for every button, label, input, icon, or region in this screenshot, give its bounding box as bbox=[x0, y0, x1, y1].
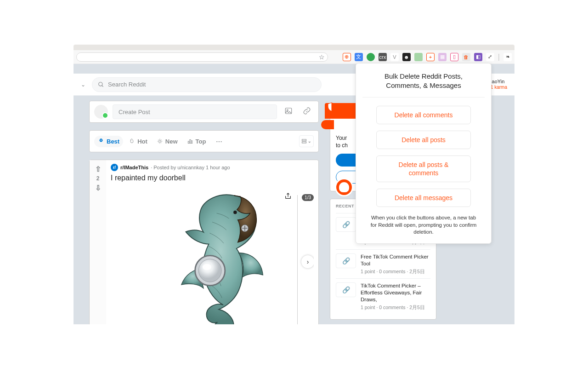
subreddit-name[interactable]: r/IMadeThis bbox=[120, 165, 148, 170]
ext-icon-green[interactable] bbox=[367, 53, 375, 61]
recent-item-meta: 1 point · 0 comments · 2月5日 bbox=[361, 305, 430, 311]
extension-icons: ⊕ 文 crx V ☻ + ▦ ▯ 🗑 ◧ ⤢ | ❧ bbox=[343, 53, 512, 61]
svg-point-13 bbox=[198, 259, 221, 282]
star-icon[interactable]: ☆ bbox=[319, 53, 325, 61]
create-post-input[interactable]: Create Post bbox=[113, 104, 277, 119]
vote-column: ⇧ 2 ⇩ bbox=[90, 160, 106, 324]
shield-icon bbox=[326, 102, 337, 113]
post-title[interactable]: I repainted my doorbell bbox=[111, 174, 314, 182]
popup-title: Bulk Delete Reddit Posts, Comments, & Me… bbox=[362, 72, 485, 98]
delete-all-comments-button[interactable]: Delete all comments bbox=[376, 106, 471, 124]
chevron-down-icon[interactable]: ⌄ bbox=[81, 81, 85, 88]
upvote-icon[interactable]: ⇧ bbox=[95, 165, 101, 173]
extension-popup: Bulk Delete Reddit Posts, Comments, & Me… bbox=[356, 63, 492, 244]
post-meta: r/ r/IMadeThis · Posted by u/nicannkay 1… bbox=[111, 164, 314, 171]
sort-top[interactable]: Top bbox=[183, 136, 210, 147]
address-bar[interactable]: ☆ bbox=[76, 52, 328, 62]
ext-icon-pink[interactable]: ▯ bbox=[450, 53, 458, 61]
subreddit-icon[interactable]: r/ bbox=[111, 164, 118, 171]
link-thumb-icon: 🔗 bbox=[336, 217, 356, 232]
svg-point-0 bbox=[99, 82, 102, 86]
next-arrow-icon[interactable]: › bbox=[301, 255, 314, 268]
ext-icon-1[interactable]: ⊕ bbox=[343, 53, 351, 61]
recent-item[interactable]: 🔗 TikTok Comment Picker – Effortless Giv… bbox=[336, 278, 430, 314]
ext-icon-plus[interactable]: + bbox=[426, 53, 435, 61]
sparkle-icon bbox=[157, 138, 163, 144]
ext-icon-translate[interactable]: 文 bbox=[355, 53, 363, 61]
recent-item-title: Free TikTok Comment Picker Tool bbox=[361, 253, 430, 267]
post-image[interactable]: 1/3 › bbox=[111, 187, 314, 324]
ext-icon-v[interactable]: V bbox=[390, 53, 399, 61]
search-placeholder: Search Reddit bbox=[108, 81, 146, 88]
ext-icon-arrows[interactable]: ⤢ bbox=[486, 53, 494, 61]
browser-toolbar: ☆ ⊕ 文 crx V ☻ + ▦ ▯ 🗑 ◧ ⤢ | ❧ bbox=[74, 50, 514, 64]
post-body: r/ r/IMadeThis · Posted by u/nicannkay 1… bbox=[106, 160, 318, 324]
page-indicator: 1/3 bbox=[302, 194, 314, 201]
avatar[interactable] bbox=[94, 105, 108, 119]
sort-hot[interactable]: Hot bbox=[125, 136, 151, 147]
link-thumb-icon: 🔗 bbox=[336, 282, 356, 297]
recent-item-title: TikTok Comment Picker – Effortless Givea… bbox=[361, 282, 430, 303]
svg-point-5 bbox=[159, 140, 161, 143]
view-toggle[interactable]: ⌄ bbox=[299, 135, 314, 147]
post-score: 2 bbox=[96, 175, 100, 182]
delete-all-posts-comments-button[interactable]: Delete all posts & comments bbox=[376, 155, 471, 182]
sort-more[interactable]: ··· bbox=[212, 136, 226, 147]
sort-best[interactable]: Best bbox=[94, 136, 123, 147]
image-icon[interactable] bbox=[282, 107, 295, 117]
seahorse-image bbox=[148, 187, 277, 324]
svg-rect-9 bbox=[302, 139, 306, 141]
delete-all-messages-button[interactable]: Delete all messages bbox=[376, 189, 471, 207]
svg-line-1 bbox=[102, 85, 103, 86]
ext-icon-plant[interactable] bbox=[414, 53, 423, 61]
main-column: Create Post Best bbox=[89, 101, 319, 324]
svg-point-14 bbox=[203, 264, 211, 270]
share-icon[interactable] bbox=[284, 192, 292, 201]
browser-tab-strip bbox=[74, 45, 514, 50]
ext-icon-purple[interactable]: ▦ bbox=[438, 53, 447, 61]
svg-rect-7 bbox=[189, 140, 190, 144]
ext-icon-bulk-delete-active[interactable]: 🗑 bbox=[462, 53, 470, 61]
post-card: ⇧ 2 ⇩ r/ r/IMadeThis · Posted by u/nican… bbox=[89, 160, 319, 324]
ext-icon-crx[interactable]: crx bbox=[379, 53, 387, 61]
svg-point-3 bbox=[287, 109, 288, 111]
link-thumb-icon: 🔗 bbox=[336, 253, 356, 268]
popup-note: When you click the buttons above, a new … bbox=[362, 212, 485, 236]
sort-bar: Best Hot New Top ··· bbox=[89, 130, 319, 152]
ext-icon-face[interactable]: ☻ bbox=[402, 53, 411, 61]
svg-rect-8 bbox=[191, 141, 192, 144]
fire-icon bbox=[129, 138, 135, 144]
ext-icon-leaf[interactable]: ❧ bbox=[503, 53, 512, 61]
rocket-icon bbox=[98, 138, 104, 144]
link-icon[interactable] bbox=[300, 107, 314, 117]
svg-rect-10 bbox=[302, 142, 306, 143]
recent-item-meta: 1 point · 0 comments · 2月5日 bbox=[361, 269, 430, 275]
delete-all-posts-button[interactable]: Delete all posts bbox=[376, 131, 471, 149]
sidebar-pill bbox=[321, 120, 334, 129]
svg-point-15 bbox=[233, 211, 237, 214]
sort-new[interactable]: New bbox=[153, 136, 181, 147]
ext-icon-violet[interactable]: ◧ bbox=[474, 53, 482, 61]
search-input[interactable]: Search Reddit bbox=[92, 77, 322, 92]
create-post-card: Create Post bbox=[89, 101, 319, 123]
search-icon bbox=[98, 81, 104, 88]
bars-icon bbox=[187, 138, 193, 144]
svg-rect-6 bbox=[188, 141, 189, 144]
recent-item[interactable]: 🔗 Free TikTok Comment Picker Tool 1 poin… bbox=[336, 249, 430, 279]
svg-point-4 bbox=[101, 140, 102, 141]
post-byline: · Posted by u/nicannkay 1 hour ago bbox=[151, 165, 230, 170]
downvote-icon[interactable]: ⇩ bbox=[95, 184, 101, 192]
alien-icon bbox=[335, 178, 353, 196]
